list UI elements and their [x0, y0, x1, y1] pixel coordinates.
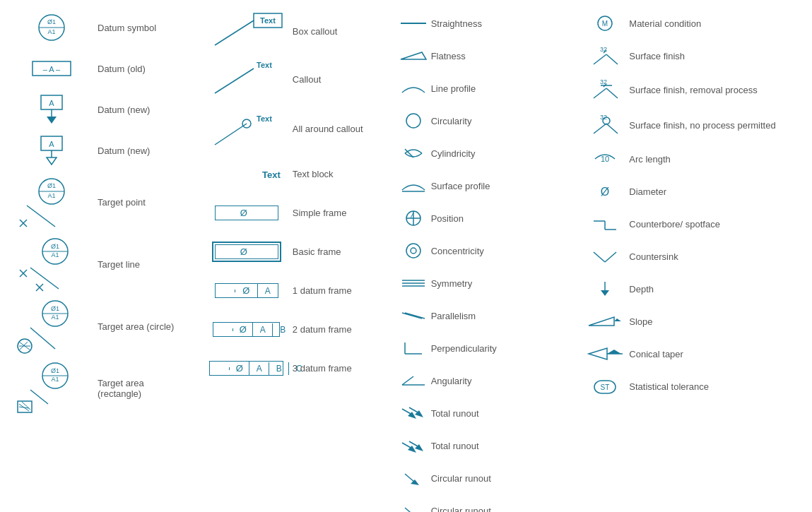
3-datum-frame-row: Ø A B C 3 datum frame: [201, 349, 384, 388]
datum-symbol-icon: Ø1 A1: [6, 10, 98, 45]
target-point-label: Target point: [98, 197, 189, 208]
svg-marker-111: [601, 290, 609, 296]
angularity-label: Angularity: [431, 376, 573, 386]
svg-text:A: A: [49, 140, 54, 148]
text-block-label: Text block: [293, 169, 384, 179]
target-area-circle-icon: Ø1 A1: [6, 298, 98, 355]
svg-line-91: [594, 54, 606, 64]
svg-line-101: [606, 124, 618, 133]
counterbore-label: Counterbore/ spotface: [626, 219, 806, 230]
position-label: Position: [431, 213, 573, 224]
total-runout2-label: Total runout: [431, 441, 573, 451]
slope-icon: [584, 311, 626, 331]
svg-line-100: [594, 124, 606, 133]
svg-marker-58: [401, 52, 426, 59]
all-around-callout-icon: Text: [201, 106, 293, 152]
svg-line-70: [402, 313, 422, 318]
svg-point-66: [411, 248, 416, 254]
svg-marker-112: [589, 317, 614, 326]
svg-line-51: [215, 69, 254, 93]
svg-text:A1: A1: [47, 192, 55, 199]
svg-line-25: [30, 268, 59, 289]
svg-line-74: [402, 376, 413, 385]
flatness-row: Flatness: [396, 40, 573, 72]
perpendicularity-icon: [396, 340, 431, 357]
svg-text:Ø1: Ø1: [47, 182, 56, 189]
datum-new1-label: Datum (new): [98, 105, 189, 115]
svg-line-43: [30, 390, 48, 404]
svg-text:A: A: [49, 99, 54, 107]
arc-length-row: 10 Arc length: [584, 143, 806, 175]
parallelism-row: Parallelism: [396, 299, 573, 332]
svg-text:A1: A1: [51, 376, 59, 383]
cylindricity-row: Cylindricity: [396, 137, 573, 169]
cylindricity-label: Cylindricity: [431, 148, 573, 159]
total-runout2-row: Total runout: [396, 429, 573, 462]
svg-line-95: [594, 88, 606, 98]
all-around-callout-row: Text All around callout: [201, 103, 384, 155]
svg-line-47: [22, 402, 30, 410]
target-area-rect-icon: Ø1 A1: [6, 360, 98, 417]
counterbore-icon: [584, 214, 626, 234]
1-datum-frame-label: 1 datum frame: [293, 285, 384, 296]
line-profile-label: Line profile: [431, 83, 573, 94]
straightness-label: Straightness: [431, 18, 573, 29]
total-runout1-row: Total runout: [396, 397, 573, 429]
2-datum-frame-label: 2 datum frame: [293, 324, 384, 335]
svg-text:32: 32: [600, 46, 607, 53]
countersink-icon: [584, 246, 626, 266]
target-point-icon: Ø1 A1: [6, 174, 98, 230]
flatness-label: Flatness: [431, 51, 573, 61]
surface-profile-row: Surface profile: [396, 169, 573, 202]
slope-row: Slope: [584, 305, 806, 338]
countersink-row: Countersink: [584, 240, 806, 273]
svg-line-53: [215, 124, 247, 145]
surface-profile-label: Surface profile: [431, 181, 573, 191]
parallelism-label: Parallelism: [431, 311, 573, 321]
total-runout1-icon: [396, 405, 431, 422]
surface-finish-removal-label: Surface finish, removal process: [626, 85, 806, 95]
depth-row: Depth: [584, 273, 806, 305]
material-condition-row: M Material condition: [584, 7, 806, 40]
position-row: Position: [396, 202, 573, 234]
svg-text:M: M: [602, 20, 608, 28]
3-datum-frame-label: 3 datum frame: [293, 363, 384, 374]
slope-label: Slope: [626, 316, 806, 327]
conical-taper-row: Conical taper: [584, 338, 806, 370]
svg-point-65: [406, 244, 420, 258]
svg-text:Text: Text: [260, 16, 276, 25]
target-area-rect-label: Target area (rectangle): [98, 378, 189, 399]
perpendicularity-label: Perpendicularity: [431, 343, 573, 354]
svg-text:Text: Text: [257, 61, 272, 69]
angularity-row: Angularity: [396, 364, 573, 397]
line-profile-icon: [396, 81, 431, 95]
svg-text:10: 10: [601, 155, 609, 163]
datum-old-row: – A – Datum (old): [6, 48, 189, 89]
svg-marker-113: [614, 318, 621, 321]
svg-text:A1: A1: [47, 28, 55, 35]
symmetry-label: Symmetry: [431, 278, 573, 289]
counterbore-row: Counterbore/ spotface: [584, 208, 806, 240]
statistical-tolerance-row: ST Statistical tolerance: [584, 370, 806, 403]
statistical-tolerance-icon: ST: [584, 376, 626, 396]
svg-text:A1: A1: [51, 251, 59, 258]
datum-new2-icon: A: [6, 133, 98, 168]
circular-runout2-label: Circular runout: [431, 506, 573, 513]
countersink-label: Countersink: [626, 251, 806, 262]
svg-line-71: [405, 313, 425, 318]
circularity-icon: [396, 112, 431, 129]
svg-text:Ø1: Ø1: [47, 18, 56, 25]
surface-profile-icon: [396, 177, 431, 194]
svg-text:ST: ST: [601, 383, 610, 391]
concentricity-icon: [396, 241, 431, 261]
position-icon: [396, 208, 431, 228]
svg-line-92: [606, 54, 618, 64]
target-point-row: Ø1 A1 Target point: [6, 171, 189, 233]
datum-symbol-label: Datum symbol: [98, 23, 189, 33]
basic-frame-icon: Ø: [201, 244, 293, 259]
callout-row: Text Callout: [201, 55, 384, 103]
text-block-icon: Text: [201, 164, 293, 185]
circularity-row: Circularity: [396, 105, 573, 137]
datum-new1-row: A Datum (new): [6, 89, 189, 130]
concentricity-label: Concentricity: [431, 246, 573, 256]
